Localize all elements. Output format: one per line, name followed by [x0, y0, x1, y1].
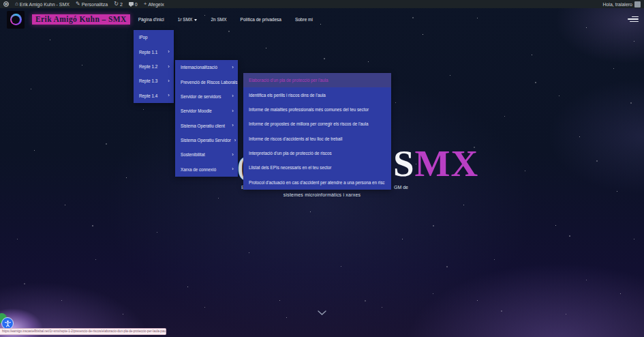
menu-item[interactable]: Repte 1.3 ›: [134, 74, 174, 88]
pencil-icon: ✎: [76, 1, 80, 7]
menu-item[interactable]: Sistema Operatiu Servidor ›: [175, 133, 238, 147]
menu-item[interactable]: Informe de riscos d'accidents al teu llo…: [243, 132, 391, 146]
nav-link-label: Pàgina d'inici: [138, 17, 164, 22]
admin-bar-site-name[interactable]: ⌂ Erik Amigó Kuhn - SMX: [15, 1, 70, 7]
wp-admin-bar: W ⌂ Erik Amigó Kuhn - SMX ✎ Personalitza…: [0, 0, 644, 8]
wordpress-icon: W: [3, 1, 9, 7]
logo-ring-center: [12, 16, 20, 24]
chevron-right-icon: ›: [168, 64, 170, 70]
menu-item-label: Servidor de servidors: [181, 94, 221, 99]
nav-link[interactable]: Pàgina d'inici: [138, 17, 164, 22]
new-label: Afegeix: [148, 2, 164, 7]
menu-item-label: Protocol d'actuació en cas d'accident pe…: [249, 180, 384, 185]
menu-item[interactable]: Xarxa de connexió ›: [175, 162, 238, 177]
nav-link-label: Sobre mi: [295, 17, 313, 22]
chevron-right-icon: ›: [234, 138, 236, 143]
menu-item-label: Llistat dels EPIs necessaris en el teu s…: [249, 165, 331, 170]
nav-link-label: Política de privadesa: [241, 17, 281, 22]
menu-item-label: Informe de malalties professionals més c…: [249, 107, 369, 112]
comments-count: 0: [135, 2, 138, 7]
menu-item[interactable]: Informe de malalties professionals més c…: [243, 102, 391, 117]
site-title[interactable]: Erik Amigó Kuhn – SMX: [32, 14, 130, 25]
menu-item-label: Servidor Moodle: [181, 108, 212, 113]
nav-link[interactable]: Sobre mi: [295, 17, 313, 22]
menu-item-label: Identifica els perills i riscos dins de …: [249, 93, 326, 98]
site-header: Erik Amigó Kuhn – SMX Pàgina d'inici 1r …: [0, 8, 644, 31]
chevron-right-icon: ›: [232, 166, 234, 172]
chevron-right-icon: ›: [232, 152, 234, 158]
scroll-down-chevron-icon[interactable]: [318, 306, 326, 319]
menu-item-label: Informe de riscos d'accidents al teu llo…: [249, 136, 342, 141]
menu-item[interactable]: Informe de propostes de millora per corr…: [243, 117, 391, 131]
hero-subtitle-line2: sistemes microinformàtics i xarxes: [0, 192, 644, 197]
nav-link[interactable]: 2n SMX: [211, 17, 226, 22]
dropdown-menu-prevencio-riscos: Elaboració d'un pla de protecció per l'a…: [243, 73, 391, 190]
chevron-right-icon: ›: [168, 49, 170, 55]
hero-title-accent: MX: [415, 143, 479, 184]
menu-item-label: Internacionalització: [181, 65, 217, 70]
menu-item[interactable]: Elaboració d'un pla de protecció per l'a…: [243, 73, 391, 87]
menu-item[interactable]: Sistema Operatiu client ›: [175, 119, 238, 133]
menu-item[interactable]: Protocol d'actuació en cas d'accident pe…: [243, 175, 391, 190]
wp-logo-menu[interactable]: W: [3, 1, 9, 7]
menu-item-label: Repte 1.1: [139, 50, 157, 55]
chevron-right-icon: ›: [168, 93, 170, 98]
chevron-right-icon: ›: [232, 123, 234, 128]
hero-subtitle-fragment-right: GM de: [394, 185, 408, 190]
chevron-right-icon: ›: [232, 108, 234, 114]
menu-item-label: Repte 1.4: [139, 93, 157, 98]
chevron-down-icon: [194, 19, 197, 21]
menu-item-label: Elaboració d'un pla de protecció per l'a…: [249, 78, 328, 83]
admin-bar-customize[interactable]: ✎ Personalitza: [76, 1, 108, 7]
menu-item[interactable]: Servidor Moodle ›: [175, 104, 238, 118]
chevron-right-icon: ›: [232, 93, 234, 99]
admin-bar-updates[interactable]: ↻ 2: [114, 1, 123, 7]
home-icon: ⌂: [15, 1, 18, 7]
menu-item[interactable]: Llistat dels EPIs necessaris en el teu s…: [243, 160, 391, 175]
menu-item[interactable]: Repte 1.4 ›: [134, 89, 174, 103]
chevron-right-icon: ›: [232, 65, 234, 70]
updates-icon: ↻: [114, 1, 119, 7]
menu-item[interactable]: Prevenció de Riscos Laborals ›: [175, 74, 238, 89]
menu-item-label: iPop: [139, 35, 148, 40]
menu-item-label: Informe de propostes de millora per corr…: [249, 121, 369, 126]
menu-item[interactable]: Internacionalització ›: [175, 60, 238, 74]
admin-bar-site-label: Erik Amigó Kuhn - SMX: [20, 2, 70, 7]
hero-title-white: S: [393, 143, 415, 184]
menu-item-label: Repte 1.3: [139, 78, 157, 83]
chevron-right-icon: ›: [168, 78, 170, 84]
greeting-label: Hola, tralalero: [602, 2, 632, 7]
customize-label: Personalitza: [82, 2, 108, 7]
hamburger-menu-icon[interactable]: [628, 14, 639, 24]
menu-item[interactable]: Repte 1.1 ›: [134, 44, 174, 59]
menu-item[interactable]: Sostenibilitat ›: [175, 147, 238, 162]
menu-item-label: Prevenció de Riscos Laborals: [181, 80, 237, 85]
menu-item[interactable]: Identifica els perills i riscos dins de …: [243, 87, 391, 102]
comments-icon: [129, 2, 134, 5]
menu-item[interactable]: Repte 1.2 ›: [134, 59, 174, 74]
main-nav: Pàgina d'inici 1r SMX 2n SMX Política de…: [138, 17, 313, 22]
menu-item[interactable]: Interpretació d'un pla de protecció de r…: [243, 146, 391, 160]
avatar[interactable]: [634, 1, 641, 8]
menu-item-label: Sistema Operatiu Servidor: [181, 138, 231, 143]
menu-item[interactable]: iPop ›: [134, 30, 174, 44]
menu-item-label: Interpretació d'un pla de protecció de r…: [249, 151, 332, 156]
menu-item-label: Sistema Operatiu client: [181, 123, 225, 128]
updates-count: 2: [120, 2, 123, 7]
hero-title: SMX: [393, 145, 478, 182]
dropdown-menu-repte-1-2: Internacionalització › Prevenció de Risc…: [175, 60, 238, 177]
nav-link[interactable]: Política de privadesa: [241, 17, 281, 22]
link-preview-statusbar: https://eamigo.inscastellbisbal.net/1r-s…: [0, 328, 166, 335]
admin-bar-new[interactable]: + Afegeix: [144, 1, 164, 7]
dropdown-menu-1r-smx: iPop › Repte 1.1 › Repte 1.2 › Repte 1.3…: [134, 30, 174, 103]
menu-item-label: Repte 1.2: [139, 64, 157, 69]
admin-bar-my-account[interactable]: Hola, tralalero: [602, 2, 632, 7]
menu-item-label: Xarxa de connexió: [181, 167, 216, 172]
admin-bar-comments[interactable]: 0: [129, 2, 138, 7]
menu-item-label: Sostenibilitat: [181, 152, 205, 157]
site-logo[interactable]: [7, 11, 25, 29]
nav-link[interactable]: 1r SMX: [178, 17, 198, 22]
page: W ⌂ Erik Amigó Kuhn - SMX ✎ Personalitza…: [0, 0, 644, 337]
nav-link-label: 2n SMX: [211, 17, 226, 22]
menu-item[interactable]: Servidor de servidors ›: [175, 89, 238, 104]
